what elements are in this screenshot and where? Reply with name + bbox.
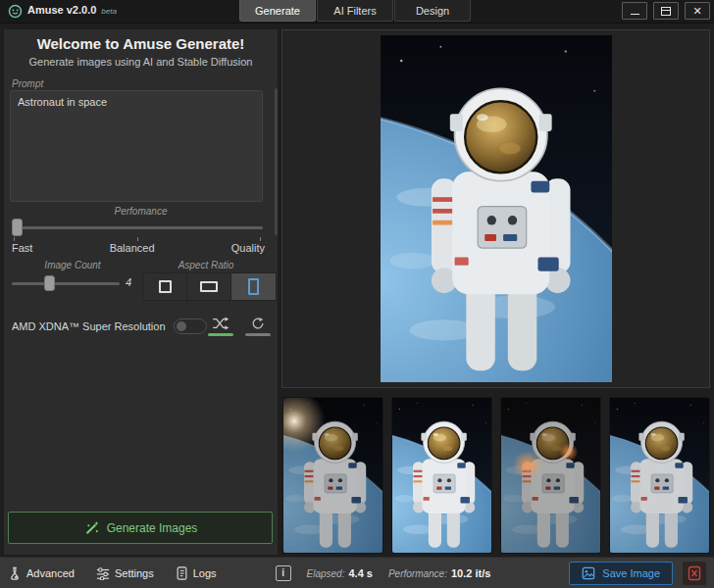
save-image-icon bbox=[582, 566, 595, 580]
settings-button[interactable]: Settings bbox=[96, 566, 154, 580]
thumbnail-1-image bbox=[283, 398, 382, 553]
generated-image-preview[interactable] bbox=[381, 35, 612, 382]
portrait-aspect-icon bbox=[248, 278, 259, 295]
preview-panel bbox=[281, 29, 710, 388]
shuffle-button[interactable] bbox=[208, 317, 233, 336]
aspect-ratio-label: Aspect Ratio bbox=[141, 260, 271, 270]
performance-slider-track[interactable] bbox=[12, 226, 263, 229]
save-image-button[interactable]: Save Image bbox=[569, 562, 673, 585]
thumbnail-3[interactable] bbox=[500, 397, 601, 554]
advanced-label: Advanced bbox=[26, 567, 75, 579]
window-controls: ✕ bbox=[622, 2, 710, 20]
beta-tag: beta bbox=[101, 7, 117, 16]
performance-options: Fast Balanced Quality bbox=[12, 242, 265, 254]
flask-icon bbox=[8, 566, 22, 580]
logs-label: Logs bbox=[193, 567, 217, 579]
thumbnail-1[interactable] bbox=[282, 397, 383, 554]
image-count-slider[interactable] bbox=[12, 274, 120, 292]
advanced-button[interactable]: Advanced bbox=[8, 566, 75, 580]
image-count-slider-track[interactable] bbox=[12, 282, 120, 285]
thumbnail-3-image bbox=[501, 398, 600, 553]
refresh-button[interactable] bbox=[245, 317, 271, 336]
image-count-value: 4 bbox=[126, 276, 131, 288]
tick-balanced bbox=[137, 237, 138, 241]
amuse-app-window: Amuse v2.0.0 beta Generate AI Filters De… bbox=[0, 0, 714, 588]
super-resolution-row: AMD XDNA™ Super Resolution bbox=[12, 310, 271, 343]
aspect-ratio-landscape-button[interactable] bbox=[187, 273, 231, 300]
settings-label: Settings bbox=[115, 567, 154, 579]
logs-button[interactable]: Logs bbox=[176, 566, 217, 580]
super-resolution-label: AMD XDNA™ Super Resolution bbox=[12, 320, 166, 332]
prompt-tool-buttons bbox=[208, 317, 271, 336]
minimize-button[interactable] bbox=[622, 2, 647, 20]
sliders-icon bbox=[96, 566, 110, 580]
document-icon bbox=[176, 566, 188, 580]
amuse-logo-icon bbox=[8, 4, 23, 19]
elapsed-metric: Elapsed: 4.4 s bbox=[307, 567, 373, 579]
performance-metric-value: 10.2 it/s bbox=[451, 567, 490, 579]
aspect-ratio-portrait-button[interactable] bbox=[231, 273, 276, 300]
delete-image-icon bbox=[688, 565, 701, 581]
performance-metric-label: Performance: bbox=[388, 568, 447, 579]
tab-ai-filters[interactable]: AI Filters bbox=[317, 0, 393, 22]
aspect-ratio-group bbox=[142, 272, 277, 301]
prompt-label: Prompt bbox=[12, 78, 43, 89]
toggle-knob bbox=[177, 321, 186, 331]
image-count-label: Image Count bbox=[4, 260, 141, 270]
save-image-label: Save Image bbox=[602, 567, 660, 579]
statusbar: Advanced Settings Logs i Ela bbox=[0, 557, 714, 588]
elapsed-label: Elapsed: bbox=[307, 568, 345, 579]
thumbnail-4[interactable] bbox=[609, 397, 710, 554]
titlebar: Amuse v2.0.0 beta Generate AI Filters De… bbox=[0, 0, 714, 24]
performance-option-fast[interactable]: Fast bbox=[12, 242, 32, 254]
generate-images-button[interactable]: Generate Images bbox=[8, 512, 273, 544]
aspect-ratio-square-button[interactable] bbox=[143, 273, 187, 300]
performance-slider[interactable] bbox=[12, 219, 263, 236]
landscape-aspect-icon bbox=[200, 281, 218, 292]
tab-design[interactable]: Design bbox=[394, 0, 471, 22]
performance-metric: Performance: 10.2 it/s bbox=[388, 567, 490, 579]
maximize-icon bbox=[661, 7, 671, 16]
performance-option-balanced[interactable]: Balanced bbox=[110, 242, 155, 254]
minimize-icon bbox=[631, 14, 639, 15]
main-tabs: Generate AI Filters Design bbox=[239, 0, 472, 22]
delete-image-button[interactable] bbox=[683, 562, 706, 585]
info-button[interactable]: i bbox=[276, 565, 291, 581]
elapsed-value: 4.4 s bbox=[348, 567, 372, 579]
performance-label: Perfomance bbox=[4, 206, 278, 217]
super-resolution-toggle[interactable] bbox=[174, 318, 207, 334]
prompt-input[interactable]: Astronaut in space bbox=[10, 90, 263, 202]
image-count-slider-thumb[interactable] bbox=[44, 275, 55, 291]
tick-fast bbox=[14, 237, 15, 241]
square-aspect-icon bbox=[159, 280, 172, 293]
thumbnail-gallery bbox=[281, 396, 714, 555]
close-button[interactable]: ✕ bbox=[685, 2, 710, 20]
tick-quality bbox=[260, 237, 261, 241]
sidebar: Welcome to Amuse Generate! Generate imag… bbox=[4, 29, 278, 555]
shuffle-icon bbox=[212, 317, 230, 330]
refresh-inactive-indicator bbox=[245, 333, 271, 336]
app-title: Amuse v2.0.0 bbox=[27, 4, 96, 16]
performance-option-quality[interactable]: Quality bbox=[231, 242, 265, 254]
welcome-subtitle: Generate images using AI and Stable Diff… bbox=[4, 56, 278, 68]
shuffle-active-indicator bbox=[208, 333, 233, 336]
tab-generate[interactable]: Generate bbox=[239, 0, 316, 22]
app-brand: Amuse v2.0.0 beta bbox=[0, 4, 117, 19]
thumbnail-2[interactable] bbox=[391, 397, 492, 554]
performance-slider-thumb[interactable] bbox=[12, 219, 23, 236]
thumbnail-2-image bbox=[392, 398, 491, 553]
performance-ticks bbox=[14, 237, 261, 241]
generate-images-label: Generate Images bbox=[107, 521, 198, 535]
maximize-button[interactable] bbox=[653, 2, 679, 20]
thumbnail-4-image bbox=[610, 398, 709, 553]
welcome-title: Welcome to Amuse Generate! bbox=[4, 35, 278, 52]
magic-wand-icon bbox=[83, 520, 99, 536]
refresh-icon bbox=[250, 317, 266, 330]
